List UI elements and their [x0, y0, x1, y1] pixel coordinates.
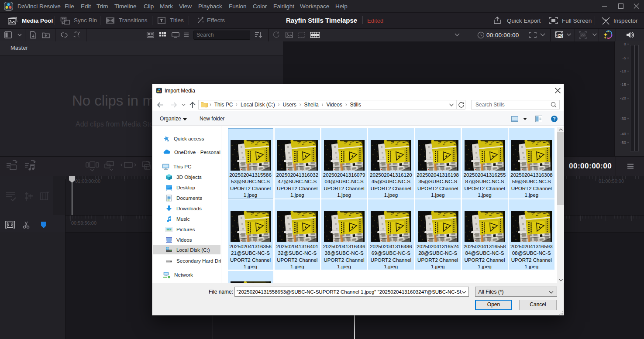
svg-text:-10: -10 [620, 68, 626, 73]
svg-text:-40: -40 [620, 131, 626, 136]
svg-text:-20: -20 [620, 96, 626, 100]
svg-text:?: ? [553, 116, 555, 121]
svg-text:-30: -30 [620, 116, 626, 121]
svg-text:-15: -15 [620, 82, 626, 87]
svg-text:-5: -5 [623, 55, 626, 60]
svg-text:-50: -50 [620, 140, 626, 145]
svg-text:0: 0 [624, 41, 626, 46]
svg-text:HQ: HQ [558, 34, 563, 38]
